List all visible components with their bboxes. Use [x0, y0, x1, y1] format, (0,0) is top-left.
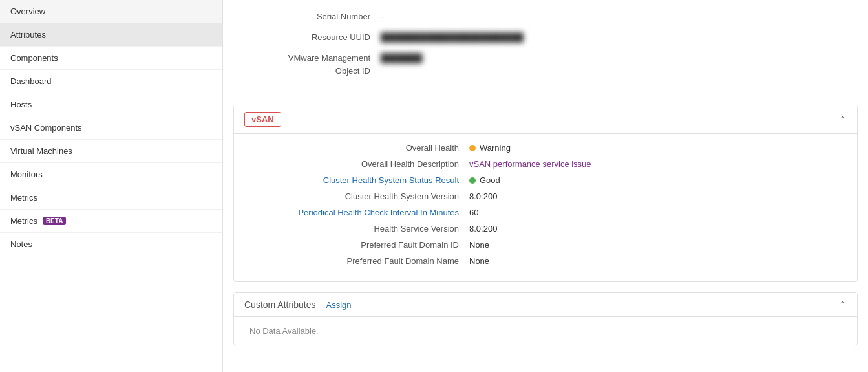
good-dot	[469, 177, 476, 184]
vsan-value-health-service-version: 8.0.200	[469, 224, 842, 234]
sidebar-item-dashboard[interactable]: Dashboard	[0, 70, 222, 93]
top-field-value-resource-uuid: ████████████████████████	[381, 31, 852, 44]
vsan-field-overall-health-desc: Overall Health DescriptionvSAN performan…	[249, 159, 842, 169]
sidebar-item-label-monitors: Monitors	[10, 170, 43, 179]
sidebar-item-metrics-beta[interactable]: MetricsBETA	[0, 210, 222, 233]
sidebar-item-label-attributes: Attributes	[10, 30, 46, 39]
sidebar-item-label-overview: Overview	[10, 6, 45, 16]
sidebar-item-monitors[interactable]: Monitors	[0, 163, 222, 186]
custom-attributes-collapse-icon[interactable]: ⌃	[839, 300, 847, 310]
sidebar-item-label-virtual-machines: Virtual Machines	[10, 146, 72, 156]
sidebar-item-label-hosts: Hosts	[10, 100, 32, 109]
custom-attributes-header: Custom Attributes Assign ⌃	[234, 293, 857, 317]
custom-attributes-header-left: Custom Attributes Assign	[244, 300, 352, 310]
sidebar-item-metrics[interactable]: Metrics	[0, 186, 222, 210]
custom-attributes-title: Custom Attributes	[244, 300, 316, 310]
vsan-field-health-service-version: Health Service Version8.0.200	[249, 224, 842, 234]
top-field-vmware-mgmt-id: VMware ManagementObject ID███████	[238, 52, 852, 77]
top-field-label-vmware-mgmt-id: VMware ManagementObject ID	[238, 52, 381, 77]
sidebar-item-label-notes: Notes	[10, 239, 32, 249]
top-field-label-serial-number: Serial Number	[238, 10, 381, 23]
vsan-value-text-cluster-health-status: Good	[480, 175, 500, 185]
vsan-value-preferred-fault-domain-name: None	[469, 256, 842, 266]
vsan-value-text-overall-health: Warning	[480, 143, 511, 153]
custom-attributes-card: Custom Attributes Assign ⌃ No Data Avail…	[233, 292, 858, 345]
sidebar-item-label-dashboard: Dashboard	[10, 76, 52, 86]
sidebar-item-label-metrics: Metrics	[10, 193, 37, 202]
vsan-label-preferred-fault-domain-id: Preferred Fault Domain ID	[249, 240, 469, 250]
top-fields-section: Serial Number-Resource UUID█████████████…	[223, 0, 868, 94]
sidebar-badge-metrics-beta: BETA	[43, 217, 66, 225]
vsan-label-cluster-health-version: Cluster Health System Version	[249, 191, 469, 201]
vsan-value-overall-health-desc: vSAN performance service issue	[469, 159, 842, 169]
vsan-label-overall-health-desc: Overall Health Description	[249, 159, 469, 169]
sidebar-item-components[interactable]: Components	[0, 47, 222, 70]
vsan-field-overall-health: Overall HealthWarning	[249, 143, 842, 153]
top-field-serial-number: Serial Number-	[238, 10, 852, 25]
assign-link[interactable]: Assign	[326, 300, 352, 310]
vsan-label-overall-health: Overall Health	[249, 143, 469, 153]
sidebar-item-notes[interactable]: Notes	[0, 233, 222, 256]
sidebar-item-label-metrics-beta: Metrics	[10, 216, 37, 226]
vsan-field-periodical-health-interval: Periodical Health Check Interval In Minu…	[249, 208, 842, 217]
vsan-label-periodical-health-interval: Periodical Health Check Interval In Minu…	[249, 208, 469, 217]
sidebar-item-virtual-machines[interactable]: Virtual Machines	[0, 140, 222, 163]
sidebar: OverviewAttributesComponentsDashboardHos…	[0, 0, 223, 372]
vsan-label-preferred-fault-domain-name: Preferred Fault Domain Name	[249, 256, 469, 266]
no-data-label: No Data Available.	[249, 323, 319, 338]
vsan-card: vSAN ⌃ Overall HealthWarningOverall Heal…	[233, 105, 858, 282]
sidebar-item-attributes[interactable]: Attributes	[0, 23, 222, 47]
vsan-value-overall-health: Warning	[469, 143, 842, 153]
top-field-label-resource-uuid: Resource UUID	[238, 31, 381, 44]
vsan-field-cluster-health-status: Cluster Health System Status ResultGood	[249, 175, 842, 185]
sidebar-item-overview[interactable]: Overview	[0, 0, 222, 23]
vsan-value-periodical-health-interval: 60	[469, 208, 842, 217]
sidebar-item-label-vsan-components: vSAN Components	[10, 123, 82, 133]
vsan-value-preferred-fault-domain-id: None	[469, 240, 842, 250]
custom-attributes-body: No Data Available.	[234, 317, 857, 345]
top-field-value-serial-number: -	[381, 10, 852, 23]
top-field-value-vmware-mgmt-id: ███████	[381, 52, 852, 65]
vsan-field-cluster-health-version: Cluster Health System Version8.0.200	[249, 191, 842, 201]
sidebar-item-label-components: Components	[10, 53, 58, 63]
main-content: Serial Number-Resource UUID█████████████…	[223, 0, 868, 372]
vsan-field-preferred-fault-domain-id: Preferred Fault Domain IDNone	[249, 240, 842, 250]
vsan-label-cluster-health-status: Cluster Health System Status Result	[249, 175, 469, 185]
sidebar-item-vsan-components[interactable]: vSAN Components	[0, 116, 222, 140]
vsan-title: vSAN	[244, 112, 281, 127]
vsan-value-cluster-health-version: 8.0.200	[469, 191, 842, 201]
vsan-label-health-service-version: Health Service Version	[249, 224, 469, 234]
vsan-value-cluster-health-status: Good	[469, 175, 842, 185]
vsan-card-header: vSAN ⌃	[234, 105, 857, 134]
warning-dot	[469, 145, 476, 151]
top-field-resource-uuid: Resource UUID████████████████████████	[238, 31, 852, 45]
vsan-card-body: Overall HealthWarningOverall Health Desc…	[234, 134, 857, 281]
vsan-collapse-icon[interactable]: ⌃	[839, 115, 847, 125]
sidebar-item-hosts[interactable]: Hosts	[0, 93, 222, 116]
vsan-field-preferred-fault-domain-name: Preferred Fault Domain NameNone	[249, 256, 842, 266]
